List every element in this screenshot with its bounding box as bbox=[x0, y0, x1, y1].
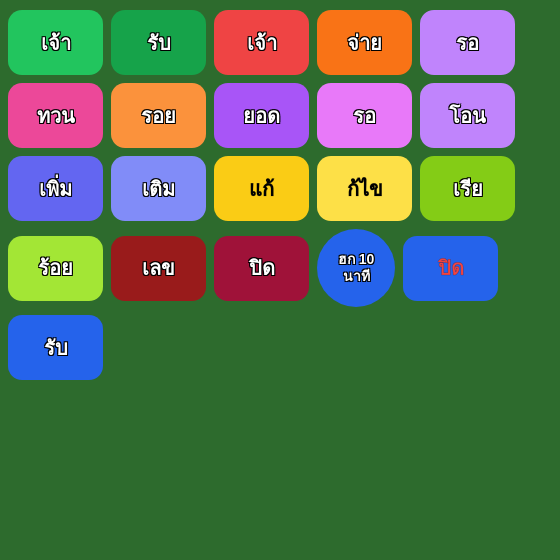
badge-0-3[interactable]: จ่าย bbox=[317, 10, 412, 75]
badge-1-0[interactable]: ทวน bbox=[8, 83, 103, 148]
badge-3-4[interactable]: ปิด bbox=[403, 236, 498, 301]
badge-2-1[interactable]: เติม bbox=[111, 156, 206, 221]
badge-1-3[interactable]: รอ bbox=[317, 83, 412, 148]
badge-3-2[interactable]: ปิด bbox=[214, 236, 309, 301]
badge-1-4[interactable]: โอน bbox=[420, 83, 515, 148]
badge-0-1[interactable]: รับ bbox=[111, 10, 206, 75]
row-1: ทวนรอยยอดรอโอน bbox=[8, 83, 552, 148]
badge-1-2[interactable]: ยอด bbox=[214, 83, 309, 148]
badge-3-0[interactable]: ร้อย bbox=[8, 236, 103, 301]
badge-2-3[interactable]: ก้ไข bbox=[317, 156, 412, 221]
badge-0-0[interactable]: เจ้า bbox=[8, 10, 103, 75]
badge-1-1[interactable]: รอย bbox=[111, 83, 206, 148]
badge-grid: เจ้ารับเจ้าจ่ายรอทวนรอยยอดรอโอนเพิ่มเติม… bbox=[0, 0, 560, 390]
badge-3-1[interactable]: เลข bbox=[111, 236, 206, 301]
row-2: เพิ่มเติมแก้ก้ไขเรีย bbox=[8, 156, 552, 221]
badge-2-0[interactable]: เพิ่ม bbox=[8, 156, 103, 221]
row-4: รับ bbox=[8, 315, 552, 380]
badge-2-4[interactable]: เรีย bbox=[420, 156, 515, 221]
row-0: เจ้ารับเจ้าจ่ายรอ bbox=[8, 10, 552, 75]
badge-0-4[interactable]: รอ bbox=[420, 10, 515, 75]
badge-3-3[interactable]: ฮก 10 นาที bbox=[317, 229, 395, 307]
badge-0-2[interactable]: เจ้า bbox=[214, 10, 309, 75]
badge-2-2[interactable]: แก้ bbox=[214, 156, 309, 221]
badge-4-0[interactable]: รับ bbox=[8, 315, 103, 380]
row-3: ร้อยเลขปิดฮก 10 นาทีปิด bbox=[8, 229, 552, 307]
